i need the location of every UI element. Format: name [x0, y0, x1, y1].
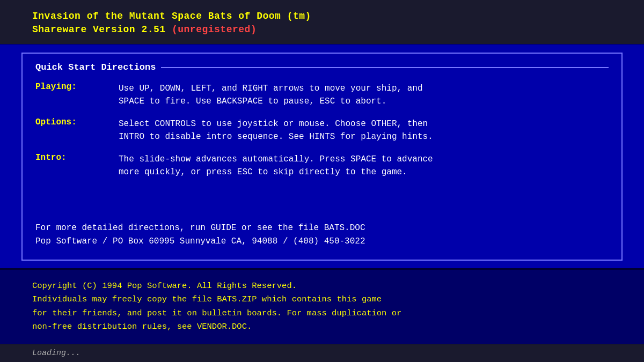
options-label: Options: [35, 117, 119, 143]
footer-line1: For more detailed directions, run GUIDE … [35, 221, 609, 235]
copyright-text: Copyright (C) 1994 Pop Software. All Rig… [32, 279, 612, 334]
playing-line2: SPACE to fire. Use BACKSPACE to pause, E… [119, 95, 423, 108]
footer-line2: Pop Software / PO Box 60995 Sunnyvale CA… [35, 235, 609, 249]
options-line1: Select CONTROLS to use joystick or mouse… [119, 117, 433, 130]
copyright-line3: for their friends, and post it on bullet… [32, 307, 612, 321]
version-text: Shareware Version 2.51 [32, 24, 172, 35]
options-section: Options: Select CONTROLS to use joystick… [35, 117, 609, 143]
version-line: Shareware Version 2.51 (unregistered) [32, 23, 612, 36]
playing-section: Playing: Use UP, DOWN, LEFT, and RIGHT a… [35, 82, 609, 108]
quick-start-box: Quick Start Directions Playing: Use UP, … [21, 53, 623, 260]
loading-text: Loading... [32, 349, 80, 358]
copyright-line1: Copyright (C) 1994 Pop Software. All Rig… [32, 279, 612, 293]
intro-section: Intro: The slide-show advances automatic… [35, 153, 609, 179]
main-content: Quick Start Directions Playing: Use UP, … [0, 45, 644, 268]
game-title: Invasion of the Mutant Space Bats of Doo… [32, 10, 612, 23]
playing-text: Use UP, DOWN, LEFT, and RIGHT arrows to … [119, 82, 423, 108]
header: Invasion of the Mutant Space Bats of Doo… [0, 0, 644, 45]
loading-bar: Loading... [0, 344, 644, 362]
copyright-section: Copyright (C) 1994 Pop Software. All Rig… [0, 268, 644, 344]
copyright-line4: non-free distribution rules, see VENDOR.… [32, 320, 612, 334]
box-footer: For more detailed directions, run GUIDE … [35, 221, 609, 249]
copyright-line2: Individuals may freely copy the file BAT… [32, 293, 612, 307]
playing-line1: Use UP, DOWN, LEFT, and RIGHT arrows to … [119, 82, 423, 95]
options-text: Select CONTROLS to use joystick or mouse… [119, 117, 433, 143]
unregistered-badge: (unregistered) [172, 24, 257, 35]
options-line2: INTRO to disable intro sequence. See HIN… [119, 130, 433, 143]
intro-label: Intro: [35, 153, 119, 179]
intro-line1: The slide-show advances automatically. P… [119, 153, 433, 166]
intro-text: The slide-show advances automatically. P… [119, 153, 433, 179]
playing-label: Playing: [35, 82, 119, 108]
box-title: Quick Start Directions [35, 62, 609, 72]
intro-line2: more quickly, or press ESC to skip direc… [119, 166, 433, 179]
